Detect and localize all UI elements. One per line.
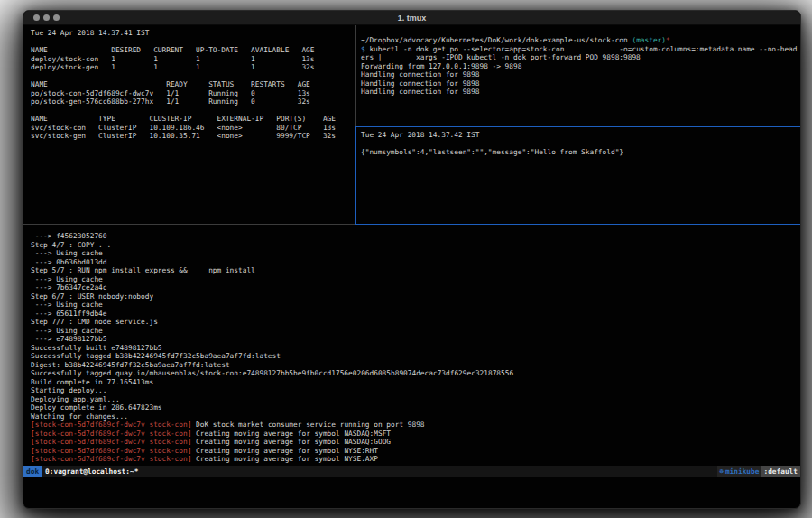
terminal-line: Deploying app.yaml...	[31, 395, 800, 404]
terminal-line: [stock-con-5d7df689cf-dwc7v stock-con] D…	[31, 421, 800, 430]
terminal-line: Successfully tagged quay.io/mhausenblas/…	[31, 369, 800, 378]
terminal-line	[31, 106, 355, 116]
terminal-line: Successfully tagged b38b42246945fd7f32c5…	[31, 352, 800, 361]
kube-namespace-label: :default	[761, 466, 800, 477]
terminal-line: Deploy complete in 286.647823ms	[31, 403, 800, 412]
terminal-line: Tue 24 Apr 2018 14:37:42 IST	[361, 131, 800, 140]
terminal-line: deploy/stock-gen 1 1 1 1 32s	[31, 63, 355, 72]
terminal-line: Step 5/7 : RUN npm install express && np…	[31, 266, 800, 275]
terminal-line: [stock-con-5d7df689cf-dwc7v stock-con] C…	[31, 430, 800, 439]
terminal-line: Handling connection for 9898	[361, 79, 800, 88]
terminal-line: NAME READY STATUS RESTARTS AGE	[31, 80, 355, 89]
terminal-line: svc/stock-con ClusterIP 10.109.186.46 <n…	[31, 124, 355, 133]
terminal-line: $ kubectl -n dok get po --selector=app=s…	[361, 45, 800, 54]
tmux-status-bar: dok 0:vagrant@localhost:~* ☸minikube :de…	[23, 466, 800, 477]
terminal-window: 1. tmux Tue 24 Apr 2018 14:37:41 ISTNAME…	[23, 10, 801, 509]
terminal-line	[361, 140, 800, 149]
window-title: 1. tmux	[23, 14, 800, 23]
terminal-line: [stock-con-5d7df689cf-dwc7v stock-con] C…	[31, 438, 800, 447]
terminal-line	[31, 38, 355, 47]
terminal-line: Step 4/7 : COPY . .	[31, 241, 800, 250]
terminal-line: po/stock-gen-576cc688bb-277hx 1/1 Runnin…	[31, 97, 355, 106]
terminal-line: svc/stock-gen ClusterIP 10.100.35.71 <no…	[31, 132, 355, 141]
terminal-line: Digest: b38b42246945fd7f32c5ba9aea7af7fd…	[31, 361, 800, 370]
window-titlebar[interactable]: 1. tmux	[23, 11, 800, 25]
terminal-line: Handling connection for 9898	[361, 70, 800, 79]
terminal-line: deploy/stock-con 1 1 1 1 13s	[31, 55, 355, 64]
terminal-line: {"numsymbols":4,"lastseen":"","message":…	[361, 148, 800, 157]
terminal-line: ---> Using cache	[31, 301, 800, 310]
terminal-line: Tue 24 Apr 2018 14:37:41 IST	[31, 29, 355, 38]
terminal-line: Build complete in 77.165413ms	[31, 378, 800, 387]
terminal-line: ers | xargs -IPOD kubectl -n dok port-fo…	[361, 53, 800, 62]
kubernetes-helm-icon: ☸	[719, 467, 724, 476]
pane-service-response[interactable]: Tue 24 Apr 2018 14:37:42 IST{"numsymbols…	[356, 127, 800, 224]
terminal-line: ---> Using cache	[31, 327, 800, 336]
terminal-line: Step 7/7 : CMD node service.js	[31, 318, 800, 327]
pane-port-forward[interactable]: ~/Dropbox/advocacy/Kubernetes/DoK/work/d…	[356, 25, 800, 126]
terminal-line: NAME DESIRED CURRENT UP-TO-DATE AVAILABL…	[31, 46, 355, 55]
terminal-line: po/stock-con-5d7df689cf-dwc7v 1/1 Runnin…	[31, 89, 355, 98]
kube-context-indicator: ☸minikube	[717, 466, 761, 477]
terminal-line: Step 6/7 : USER nobody:nobody	[31, 292, 800, 301]
tmux-content: Tue 24 Apr 2018 14:37:41 ISTNAME DESIRED…	[23, 25, 800, 508]
terminal-line: Handling connection for 9898	[361, 88, 800, 97]
terminal-line: Starting deploy...	[31, 386, 800, 395]
terminal-line: ---> 0b636bd013dd	[31, 258, 800, 267]
session-name-badge[interactable]: dok	[23, 466, 42, 477]
terminal-line	[31, 72, 355, 81]
terminal-line: Watching for changes...	[31, 412, 800, 421]
terminal-line: ---> Using cache	[31, 249, 800, 258]
terminal-line: Forwarding from 127.0.0.1:9898 -> 9898	[361, 62, 800, 71]
terminal-line: ---> Using cache	[31, 275, 800, 284]
pane-kubectl-get-output[interactable]: Tue 24 Apr 2018 14:37:41 ISTNAME DESIRED…	[23, 25, 355, 224]
terminal-line: ---> f45623052760	[31, 232, 800, 241]
terminal-line: ---> 7b6347ce2a4c	[31, 283, 800, 292]
terminal-line: ---> 65611ff9db4e	[31, 310, 800, 319]
kube-context-name: minikube	[725, 467, 760, 476]
terminal-line: [stock-con-5d7df689cf-dwc7v stock-con] C…	[31, 455, 800, 464]
window-list-item[interactable]: 0:vagrant@localhost:~*	[45, 466, 138, 477]
terminal-line: [stock-con-5d7df689cf-dwc7v stock-con] C…	[31, 447, 800, 456]
terminal-line: NAME TYPE CLUSTER-IP EXTERNAL-IP PORT(S)…	[31, 115, 355, 124]
terminal-line: Successfully built e74898127bb5	[31, 344, 800, 353]
pane-skaffold-build-log[interactable]: ---> f45623052760Step 4/7 : COPY . . ---…	[23, 225, 800, 466]
page-background: 1. tmux Tue 24 Apr 2018 14:37:41 ISTNAME…	[0, 0, 812, 518]
terminal-line: ---> e74898127bb5	[31, 335, 800, 344]
terminal-line: ~/Dropbox/advocacy/Kubernetes/DoK/work/d…	[361, 36, 800, 45]
